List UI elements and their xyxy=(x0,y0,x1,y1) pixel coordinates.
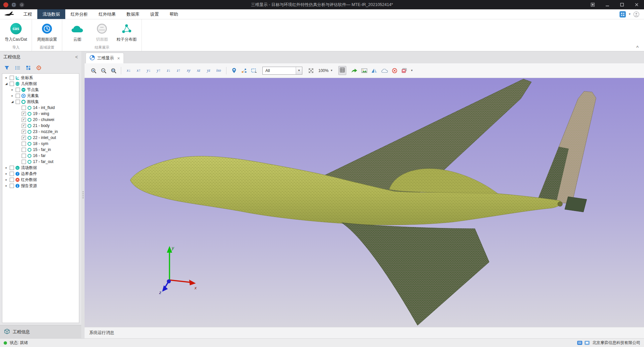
dropdown-arrow-icon[interactable]: ▼ xyxy=(296,67,302,74)
tree-checkbox[interactable] xyxy=(22,160,26,164)
status-app-icon-1[interactable] xyxy=(577,341,582,345)
tree-item-14[interactable]: 17 - far_out xyxy=(2,159,79,165)
list-view-icon[interactable] xyxy=(15,66,20,70)
account-icon[interactable] xyxy=(633,11,639,17)
close-icon[interactable] xyxy=(629,0,644,9)
view-x-down-icon[interactable]: x↓ xyxy=(125,66,133,75)
tree-item-3[interactable]: ▸元素集 xyxy=(2,93,79,99)
tree-item-7[interactable]: ✓20 - chuiwei xyxy=(2,117,79,123)
dropdown-caret-icon[interactable]: ▼ xyxy=(628,13,631,16)
tree-checkbox[interactable]: ✓ xyxy=(22,124,26,128)
tree-checkbox[interactable] xyxy=(16,88,20,92)
menu-tab-0[interactable]: 工程 xyxy=(18,9,37,19)
tree-checkbox[interactable] xyxy=(10,178,14,182)
tree-checkbox[interactable] xyxy=(10,82,14,86)
tree-item-9[interactable]: ✓23 - nozzle_in xyxy=(2,129,79,135)
tree-item-11[interactable]: 18 - sym xyxy=(2,141,79,147)
menu-tab-1[interactable]: 流场数据 xyxy=(37,9,65,19)
view-y-down-icon[interactable]: y↓ xyxy=(145,66,153,75)
tree-checkbox[interactable] xyxy=(22,142,26,146)
tree-checkbox[interactable]: ✓ xyxy=(22,118,26,122)
grid-view-icon[interactable] xyxy=(26,66,31,70)
zoom-in-icon[interactable] xyxy=(89,66,98,75)
expand-icon[interactable]: ▸ xyxy=(10,94,14,97)
view-iso-icon[interactable]: iso xyxy=(214,66,223,75)
tree-item-4[interactable]: ◢面线集 xyxy=(2,99,79,105)
probe-pin-icon[interactable] xyxy=(230,66,238,75)
expand-icon[interactable]: ▸ xyxy=(4,76,8,79)
panel-collapse-icon[interactable]: < xyxy=(75,54,78,60)
view-plane-xy-icon[interactable]: xy xyxy=(184,66,193,75)
tree-checkbox[interactable] xyxy=(10,172,14,176)
tree-checkbox[interactable] xyxy=(10,184,14,188)
theme-grid-icon[interactable] xyxy=(619,11,626,18)
grid-toggle-button[interactable] xyxy=(338,66,346,75)
pin-window-icon[interactable] xyxy=(585,0,600,9)
panel-splitter[interactable] xyxy=(81,51,85,338)
record-red-icon[interactable] xyxy=(3,2,8,7)
export-arrow-icon[interactable] xyxy=(350,66,359,75)
tree-item-1[interactable]: ◢几何数据 xyxy=(2,81,79,87)
tree-checkbox[interactable] xyxy=(10,166,14,170)
menu-tab-6[interactable]: 帮助 xyxy=(164,9,183,19)
tree-item-16[interactable]: ▸f边界条件 xyxy=(2,171,79,177)
collapse-ribbon-icon[interactable]: ^ xyxy=(636,45,639,50)
menu-tab-4[interactable]: 数据库 xyxy=(121,9,145,19)
zoom-window-icon[interactable] xyxy=(109,66,118,75)
minimize-icon[interactable] xyxy=(600,0,615,9)
expand-icon[interactable]: ▸ xyxy=(10,88,14,91)
tab-close-icon[interactable]: × xyxy=(117,56,120,61)
section-save-icon[interactable] xyxy=(401,66,409,75)
tree-checkbox[interactable]: ✓ xyxy=(22,136,26,140)
tree-checkbox[interactable]: ✓ xyxy=(22,130,26,134)
ribbon-button-2-2[interactable]: 粒子分布图 xyxy=(115,22,138,42)
tree-item-17[interactable]: ▸红外数据 xyxy=(2,177,79,183)
tree-item-13[interactable]: 16 - far xyxy=(2,153,79,159)
camera-dark-icon[interactable] xyxy=(19,2,24,7)
ribbon-button-1-0[interactable]: 周期面设置 xyxy=(35,22,59,42)
expand-icon[interactable]: ▸ xyxy=(4,166,8,169)
zoom-level-dropdown[interactable]: 100% ▼ xyxy=(317,68,335,73)
clear-red-icon[interactable] xyxy=(391,66,399,75)
checkerboard-icon[interactable] xyxy=(307,66,315,75)
tree-item-18[interactable]: ▸报告资源 xyxy=(2,183,79,189)
maximize-icon[interactable] xyxy=(615,0,629,9)
filter-icon[interactable] xyxy=(4,66,9,70)
tree-checkbox[interactable] xyxy=(16,94,20,98)
collapse-icon[interactable]: ◢ xyxy=(10,100,14,103)
cloud-display-icon[interactable] xyxy=(380,66,389,75)
tree-item-10[interactable]: ✓22 - inlet_out xyxy=(2,135,79,141)
tree-checkbox[interactable] xyxy=(10,76,14,80)
tab-3d-view[interactable]: 三维显示 × xyxy=(86,53,124,63)
view-y-up-icon[interactable]: y↑ xyxy=(155,66,163,75)
box-select-icon[interactable] xyxy=(250,66,258,75)
project-info-button[interactable]: 工程信息 xyxy=(0,325,81,338)
tree-checkbox[interactable] xyxy=(16,100,20,104)
locate-icon[interactable] xyxy=(36,65,41,70)
section-caret-icon[interactable]: ▼ xyxy=(411,69,413,72)
tree-checkbox[interactable] xyxy=(22,154,26,158)
mirror-icon[interactable] xyxy=(370,66,379,75)
tree-checkbox[interactable] xyxy=(22,106,26,110)
tree-item-15[interactable]: ▸流场数据 xyxy=(2,165,79,171)
tree-item-0[interactable]: ▸坐标系 xyxy=(2,75,79,81)
menu-tab-5[interactable]: 设置 xyxy=(145,9,164,19)
zoom-out-icon[interactable] xyxy=(99,66,108,75)
ribbon-button-2-0[interactable]: 云图 xyxy=(66,22,89,42)
particle-trace-icon[interactable] xyxy=(240,66,248,75)
menu-tab-3[interactable]: 红外结果 xyxy=(93,9,121,19)
app-dark-icon[interactable] xyxy=(11,2,16,7)
display-filter-dropdown[interactable]: All ▼ xyxy=(262,67,302,75)
tree-checkbox[interactable] xyxy=(22,148,26,152)
tree-item-12[interactable]: 15 - far_in xyxy=(2,147,79,153)
tree-item-5[interactable]: 14 - int_fluid xyxy=(2,105,79,111)
collapse-icon[interactable]: ◢ xyxy=(4,82,8,85)
snapshot-icon[interactable] xyxy=(360,66,369,75)
view-z-down-icon[interactable]: z↓ xyxy=(164,66,173,75)
view-x-up-icon[interactable]: x↑ xyxy=(135,66,143,75)
tree-item-6[interactable]: ✓19 - wing xyxy=(2,111,79,117)
ribbon-button-0-0[interactable]: cas导入Cas/Dat xyxy=(3,22,28,42)
viewport-3d[interactable]: x y z xyxy=(85,78,644,327)
expand-icon[interactable]: ▸ xyxy=(4,184,8,187)
status-app-icon-2[interactable] xyxy=(584,341,590,345)
